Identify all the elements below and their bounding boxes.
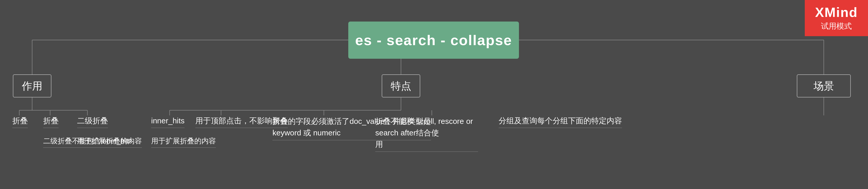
root-node: es - search - collapse [348,22,519,59]
node-zuoyong: 作用 [13,74,52,98]
leaf-fenzu: 分组及查询每个分组下面的特定内容 [499,115,622,128]
root-node-text: es - search - collapse [355,32,512,48]
node-changjing-label: 场景 [813,79,834,93]
leaf-innerhits-kuozhan: 用于扩展折叠的内容 [151,136,216,148]
node-changjing: 场景 [797,74,851,98]
xmind-badge: XMind 试用模式 [805,0,868,36]
canvas: es - search - collapse 作用 特点 场景 折叠 折叠 二级… [0,0,868,189]
leaf-zhedie2: 折叠 [43,115,59,128]
xmind-subtitle: 试用模式 [815,21,858,32]
node-zuoyong-label: 作用 [22,79,42,93]
leaf-zhedie1: 折叠 [12,115,28,128]
xmind-title: XMind [815,5,858,20]
leaf-erjizhedie: 二级折叠 [77,115,108,128]
node-tedian-label: 特点 [391,79,411,93]
leaf-innerhits: inner_hits [151,115,185,128]
leaf-scroll: 折叠不能和 scroll, rescore or search after结合使… [375,115,478,152]
leaf-kuozhan: 用于扩展折叠的内容 [77,136,142,148]
node-tedian: 特点 [382,74,420,98]
